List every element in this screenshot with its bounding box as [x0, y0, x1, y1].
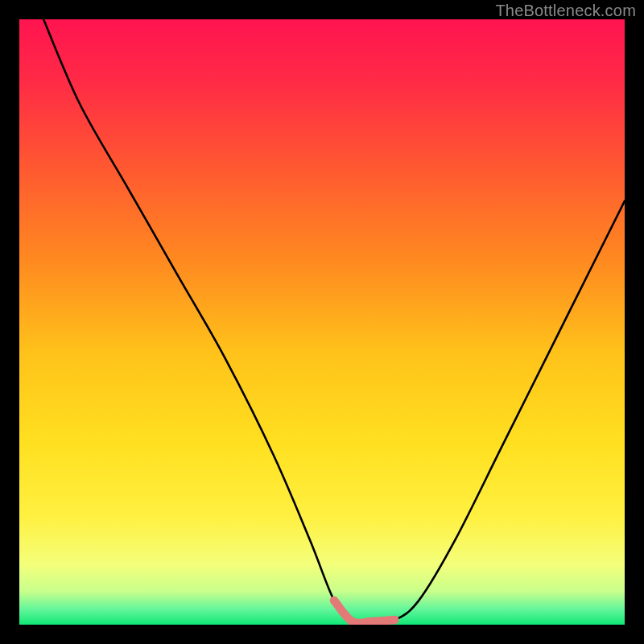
watermark-text: TheBottleneck.com	[495, 2, 636, 20]
plot-area	[19, 19, 625, 625]
chart-frame: TheBottleneck.com	[0, 0, 644, 644]
optimal-range-highlight	[334, 601, 394, 623]
curve-layer	[19, 19, 625, 625]
bottleneck-curve	[43, 19, 625, 623]
